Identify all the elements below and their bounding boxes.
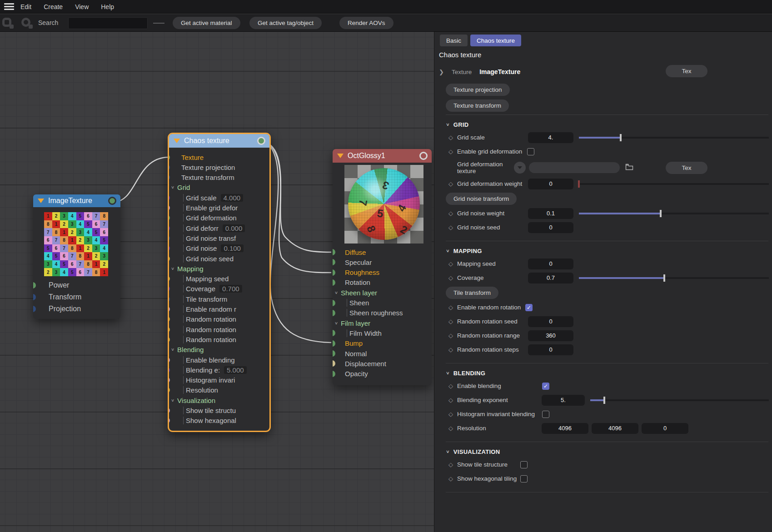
section-collapse-icon[interactable]: ∨ [446,371,450,376]
show-hexagonal-tiling-checkbox[interactable] [520,475,528,482]
port-dot-yellow[interactable] [169,327,170,333]
node-octglossy1[interactable]: OctGlossy1 375482 DiffuseSpecularRoughne… [333,149,432,385]
port-dot-green[interactable] [333,300,335,306]
port-dot-navy[interactable] [169,235,170,241]
histogram-invariant-blending-checkbox[interactable] [542,411,549,418]
tab-basic[interactable]: Basic [440,35,468,46]
node-header[interactable]: Chaos texture [169,134,269,148]
enable-random-rotation-checkbox[interactable]: ✓ [525,304,533,311]
port-dot-green[interactable] [33,282,36,288]
section-collapse-icon[interactable]: ∨ [446,449,450,454]
port-dot-navy[interactable] [169,164,170,170]
section-header-blending[interactable]: ∨BLENDING [434,367,772,379]
section-header-visualization[interactable]: ∨VISUALIZATION [434,446,772,457]
get-active-tag-object-button[interactable]: Get active tag/object [249,17,322,29]
tile-transform-button[interactable]: Tile transform [446,287,498,299]
output-port[interactable] [108,197,116,205]
port-dot-purple[interactable] [169,245,170,251]
toolbar-splitter[interactable] [153,23,164,24]
resolution-field-0[interactable]: 4096 [542,423,588,434]
port-dot-mauve[interactable] [169,377,170,383]
grid-scale-field[interactable]: 4. [528,132,573,143]
coverage-slider[interactable] [579,274,769,282]
menu-help[interactable]: Help [101,3,114,10]
node-header[interactable]: OctGlossy1 [333,149,432,163]
grid-deformation-weight-slider[interactable] [579,180,769,188]
blending-exponent-field[interactable]: 5. [542,395,585,406]
port-dot-yellow[interactable] [169,316,170,322]
grid-noise-seed-field[interactable]: 0 [528,222,573,233]
port-dot-mauve[interactable] [169,205,170,211]
group-collapse-icon[interactable]: ∨ [171,185,174,190]
port-dot-green[interactable] [333,330,335,336]
node-chaos-texture[interactable]: Chaos texture TextureTexture projectionT… [168,133,271,432]
search-input[interactable] [68,17,148,29]
node-editor-canvas[interactable]: ImageTexture 123456788123456778123456678… [0,32,434,532]
menu-view[interactable]: View [75,3,89,10]
port-dot-yellow[interactable] [169,276,170,282]
slider-handle[interactable] [660,210,662,217]
group-collapse-icon[interactable]: ∨ [171,266,174,271]
menu-edit[interactable]: Edit [20,3,31,10]
coverage-field[interactable]: 0.7 [528,273,573,283]
mapping-seed-field[interactable]: 0 [528,259,573,269]
port-dot-purple[interactable] [169,367,170,373]
collapse-triangle-icon[interactable] [174,139,180,143]
group-collapse-icon[interactable]: ∨ [334,321,338,325]
hamburger-menu-icon[interactable] [4,2,14,11]
port-dot-navy[interactable] [33,294,36,300]
port-dot-mauve[interactable] [169,357,170,363]
show-tile-structure-checkbox[interactable] [520,461,528,468]
grid-noise-transform-button[interactable]: Grid noise transform [446,193,517,205]
blending-exponent-slider[interactable] [590,397,769,404]
port-dot-green[interactable] [333,269,335,276]
port-dot-green[interactable] [169,154,170,160]
port-dot-navy[interactable] [169,174,170,180]
slider-handle[interactable] [603,397,605,404]
slider-handle[interactable] [620,134,622,141]
port-dot-green[interactable] [333,340,335,347]
slider-track[interactable] [590,399,769,401]
render-aovs-button[interactable]: Render AOVs [339,17,393,29]
section-header-grid[interactable]: ∨GRID [434,119,772,130]
port-dot-purple[interactable] [169,195,170,201]
group-collapse-icon[interactable]: ∨ [334,290,338,295]
port-dot-mauve[interactable] [169,408,170,413]
texture-transform-button[interactable]: Texture transform [446,99,509,112]
slider-handle[interactable] [578,180,580,188]
enable-grid-deformation-checkbox[interactable] [527,148,534,155]
material-node-icon[interactable] [1,17,14,30]
section-collapse-icon[interactable]: ∨ [446,249,450,254]
menu-create[interactable]: Create [44,3,63,10]
collapse-triangle-icon[interactable] [337,154,344,158]
folder-icon[interactable] [625,164,633,172]
port-dot-yellow[interactable] [169,256,170,262]
collapse-triangle-icon[interactable] [38,199,44,203]
get-active-material-button[interactable]: Get active material [173,17,240,29]
port-dot-green[interactable] [169,215,170,221]
port-dot-green[interactable] [333,259,335,265]
port-dot-mauve[interactable] [169,418,170,423]
section-collapse-icon[interactable]: ∨ [446,122,450,127]
texture-node-icon[interactable] [20,17,33,30]
random-rotation-range-field[interactable]: 360 [528,330,573,341]
section-header-mapping[interactable]: ∨MAPPING [434,245,772,257]
tex-button[interactable]: Tex [666,65,707,77]
port-dot-tan[interactable] [333,360,335,367]
port-dot-purple[interactable] [169,225,170,231]
random-rotation-steps-field[interactable]: 0 [528,344,573,355]
chevron-right-icon[interactable]: ❯ [439,69,444,75]
port-dot-green[interactable] [333,350,335,357]
port-dot-green[interactable] [333,371,335,377]
tab-chaos-texture[interactable]: Chaos texture [470,35,521,46]
port-dot-green[interactable] [333,249,335,255]
slider-handle[interactable] [663,274,665,282]
group-collapse-icon[interactable]: ∨ [171,347,174,352]
resolution-field-1[interactable]: 4096 [592,423,638,434]
port-dot-green[interactable] [333,310,335,316]
grid-deformation-texture-dropdown[interactable] [514,162,526,174]
output-port[interactable] [419,152,428,160]
texture-value[interactable]: ImageTexture [479,68,520,75]
grid-noise-weight-slider[interactable] [579,210,769,217]
enable-blending-checkbox[interactable]: ✓ [542,383,549,390]
